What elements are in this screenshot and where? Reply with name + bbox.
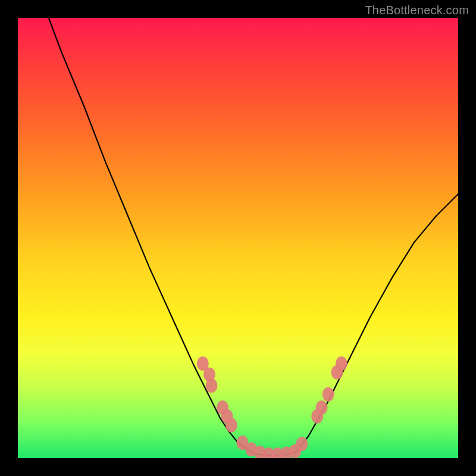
plot-svg <box>18 18 458 458</box>
marker-point <box>336 356 347 371</box>
curve-layer <box>49 18 458 456</box>
marker-point <box>296 437 308 451</box>
plot-area <box>18 18 458 458</box>
attribution-watermark: TheBottleneck.com <box>365 4 469 17</box>
marker-layer <box>197 356 347 458</box>
chart-stage: TheBottleneck.com <box>0 0 476 476</box>
marker-point <box>316 400 328 415</box>
marker-point <box>322 387 334 402</box>
marker-point <box>206 378 218 393</box>
marker-point <box>226 418 237 433</box>
bottleneck-curve <box>49 18 458 456</box>
